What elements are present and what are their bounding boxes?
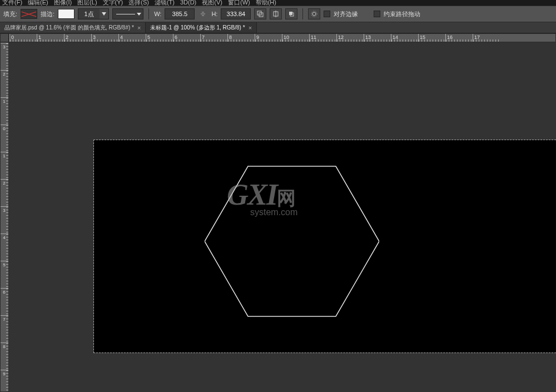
ruler-tick: 2 [64,34,91,42]
ruler-tick: 1 [37,34,64,42]
ruler-vtick: 2 [1,179,8,206]
menu-select[interactable]: 选择(S) [128,0,149,6]
ruler-vtick: 4 [1,234,8,261]
document-tab-1[interactable]: 品牌家居.psd @ 11.6% (半圆 的颜色填充, RGB/8#) * × [0,22,146,33]
menu-edit[interactable]: 编辑(E) [28,0,48,6]
ruler-vtick: 1 [1,97,8,125]
close-icon[interactable]: × [137,24,141,31]
stroke-width-input[interactable]: 1点 [78,8,109,19]
menu-type[interactable]: 文字(Y) [103,0,123,6]
ruler-corner [0,33,9,42]
ruler-tick: 6 [173,34,200,42]
divider [148,8,149,19]
ruler-tick: 0 [9,34,37,42]
chevron-down-icon[interactable] [100,9,108,19]
ruler-tick: 8 [227,34,255,42]
ruler-tick: 15 [418,34,445,42]
options-bar: 填充: 描边: 1点 W: 385.5 H: 333.84 对齐边缘 约束路径拖… [0,6,556,22]
stroke-width-value: 1点 [78,10,100,18]
height-label: H: [211,11,217,17]
ruler-vtick: 1 [1,152,8,179]
ruler-vtick: 8 [1,343,8,370]
ruler-vtick: 2 [1,70,8,97]
document-tab-1-label: 品牌家居.psd @ 11.6% (半圆 的颜色填充, RGB/8#) * [4,24,134,32]
align-edges-checkbox[interactable] [324,11,330,17]
document-tab-bar: 品牌家居.psd @ 11.6% (半圆 的颜色填充, RGB/8#) * × … [0,22,556,33]
ruler-tick: 11 [309,34,336,42]
menu-view[interactable]: 视图(V) [202,0,222,6]
path-ops-icon[interactable] [254,8,266,19]
ruler-vtick: 5 [1,261,8,288]
ruler-vtick: 9 [1,370,8,392]
ruler-tick: 12 [336,34,364,42]
ruler-top[interactable]: 01234567891011121314151617 [9,33,556,42]
watermark-logo: GXI [227,178,277,211]
svg-point-7 [312,12,316,16]
document-tab-2[interactable]: 未标题-1 @ 100% (多边形 1, RGB/8) * × [146,22,257,33]
ruler-tick: 5 [146,34,173,42]
ruler-tick: 14 [391,34,418,42]
gear-icon[interactable] [308,8,320,19]
align-edges-label: 对齐边缘 [334,10,358,18]
align-icon[interactable] [270,8,282,19]
menu-3d[interactable]: 3D(D) [180,0,196,6]
height-input[interactable]: 333.84 [221,8,251,19]
ruler-tick: 10 [282,34,309,42]
watermark: GXI网 system.com [227,177,297,217]
fill-label: 填充: [3,10,17,18]
menu-image[interactable]: 图像(I) [54,0,72,6]
arrange-icon[interactable] [285,8,297,19]
menu-help[interactable]: 帮助(H) [256,0,276,6]
width-label: W: [154,11,161,17]
ruler-vtick: 0 [1,125,8,152]
ruler-tick: 4 [118,34,146,42]
svg-rect-5 [289,12,292,15]
width-input[interactable]: 385.5 [165,8,195,19]
link-icon[interactable] [198,9,208,19]
constrain-checkbox[interactable] [374,11,380,17]
svg-marker-0 [102,12,106,16]
ruler-vtick: 3 [1,206,8,234]
menu-layer[interactable]: 图层(L) [77,0,97,6]
ruler-left[interactable]: 3210123456789101112 [0,42,9,392]
menu-window[interactable]: 窗口(W) [228,0,250,6]
ruler-vtick: 7 [1,315,8,343]
divider [302,8,303,19]
watermark-net: 网 [277,188,296,209]
fill-swatch[interactable] [21,9,37,19]
ruler-tick: 17 [473,34,500,42]
ruler-tick: 9 [255,34,282,42]
menu-bar: 文件(F) 编辑(E) 图像(I) 图层(L) 文字(Y) 选择(S) 滤镜(T… [0,0,556,6]
ruler-tick: 13 [364,34,391,42]
menu-filter[interactable]: 滤镜(T) [155,0,175,6]
menu-file[interactable]: 文件(F) [2,0,22,6]
stroke-label: 描边: [41,10,54,18]
ruler-tick: 3 [91,34,118,42]
canvas-area[interactable]: GXI网 system.com [9,42,556,392]
ruler-vtick: 3 [1,43,8,70]
ruler-vtick: 6 [1,288,8,315]
stroke-swatch[interactable] [58,9,75,19]
ruler-tick: 7 [200,34,227,42]
stroke-style-dropdown[interactable] [112,8,143,19]
constrain-label: 约束路径拖动 [384,10,420,18]
close-icon[interactable]: × [249,24,252,31]
ruler-tick: 16 [445,34,473,42]
document-tab-2-label: 未标题-1 @ 100% (多边形 1, RGB/8) * [150,24,245,32]
watermark-sub: system.com [250,207,297,217]
